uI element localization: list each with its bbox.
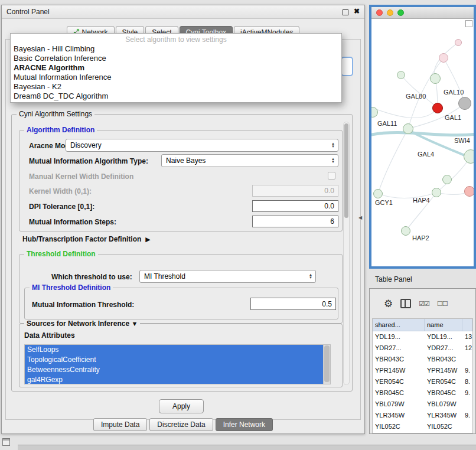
which-threshold-value: MI Threshold <box>144 272 185 281</box>
table-cell: YBR045C <box>425 387 462 399</box>
table-row[interactable]: YDR27...YDR27...12 <box>373 343 472 354</box>
table-cell: YBR043C <box>425 354 462 365</box>
table-row[interactable]: YDL19...YDL19...13 <box>373 331 472 343</box>
panel-collapse-icon[interactable]: ◀ <box>358 215 362 220</box>
gear-icon[interactable]: ⚙ <box>384 298 393 310</box>
data-attributes-list[interactable]: SelfLoopsTopologicalCoefficientBetweenne… <box>24 344 331 384</box>
dropdown-item-bayesian-k2[interactable]: Bayesian - K2 <box>11 82 341 92</box>
settings-scrollbar[interactable] <box>343 122 350 385</box>
mi-steps-field[interactable]: 6 <box>252 216 338 227</box>
network-node-pink[interactable] <box>439 53 448 63</box>
network-node-green[interactable] <box>373 189 383 198</box>
network-node-green[interactable] <box>430 73 441 84</box>
table-row[interactable]: YLR345WYLR345W9. <box>373 410 472 421</box>
network-node-green[interactable] <box>403 123 413 134</box>
table-cell: 12 <box>462 343 472 354</box>
dropdown-item-aracne-algorithm[interactable]: ARACNE Algorithm <box>11 63 341 73</box>
table-cell: YIL052C <box>425 421 462 432</box>
network-node-pink[interactable] <box>455 39 462 46</box>
network-node-green[interactable] <box>401 226 410 236</box>
combo-arrows-icon: ▲▼ <box>331 142 335 148</box>
columns-icon[interactable] <box>400 299 411 308</box>
table-row[interactable]: YIL052CYIL052C <box>373 421 472 432</box>
scrollbar-thumb[interactable] <box>324 345 330 382</box>
column-header-extra[interactable] <box>462 319 472 331</box>
minimize-traffic-light-icon[interactable] <box>387 9 393 16</box>
dropdown-item-mutual-information-inference[interactable]: Mutual Information Inference <box>11 73 341 82</box>
attribute-item-gal4rgexp[interactable]: gal4RGexp <box>25 375 323 384</box>
network-node-green[interactable] <box>442 175 452 184</box>
table-cell: YDR27... <box>373 343 425 354</box>
table-row[interactable]: YBL079WYBL079W <box>373 399 472 410</box>
table-cell: YPR145W <box>373 365 425 376</box>
bottom-tab-impute-data[interactable]: Impute Data <box>93 418 147 431</box>
zoom-traffic-light-icon[interactable] <box>397 9 404 16</box>
dropdown-item-bayesian-hill-climbing[interactable]: Bayesian - Hill Climbing <box>11 44 341 54</box>
scrollbar-thumb[interactable] <box>344 123 348 218</box>
threshold-definition-title: Threshold Definition <box>24 250 98 258</box>
network-view-window: GAL80GAL10GAL1GAL11SWI4GAL4GCY1HAP4HAP2 <box>369 5 476 269</box>
chevron-right-icon[interactable]: ▶ <box>145 236 150 243</box>
attribute-item-selfloops[interactable]: SelfLoops <box>25 345 323 355</box>
attribute-item-betweennesscentrality[interactable]: BetweennessCentrality <box>25 365 323 375</box>
dropdown-item-basic-correlation-inference[interactable]: Basic Correlation Inference <box>11 54 341 63</box>
network-node-green[interactable] <box>464 149 474 164</box>
close-icon[interactable]: ✖ <box>354 7 360 15</box>
deselect-all-icon[interactable]: ☐☐ <box>437 300 448 308</box>
column-header-name[interactable]: name <box>425 319 462 331</box>
column-header-shared[interactable]: shared... <box>373 319 425 331</box>
table-row[interactable]: YER054CYER054C8. <box>373 376 472 387</box>
restore-panel-icon[interactable] <box>2 438 10 446</box>
network-node-green[interactable] <box>397 71 405 79</box>
table-cell <box>462 354 472 365</box>
chevron-down-icon[interactable]: ▼ <box>131 320 138 327</box>
mi-threshold-field[interactable]: 0.5 <box>250 298 336 310</box>
mi-threshold-definition-group: MI Threshold Definition Mutual Informati… <box>24 288 338 319</box>
hub-definition-row[interactable]: Hub/Transcription Factor Definition ▶ <box>22 235 151 243</box>
table-cell: 9. <box>462 365 472 376</box>
table-cell: YBR043C <box>373 354 425 365</box>
close-traffic-light-icon[interactable] <box>376 9 383 16</box>
network-node-salmon[interactable] <box>464 186 474 197</box>
table-header: shared...name <box>373 319 472 331</box>
table-body: YDL19...YDL19...13YDR27...YDR27...12YBR0… <box>373 331 472 432</box>
attributes-scrollbar[interactable] <box>323 345 330 384</box>
table-cell: YBL079W <box>373 399 425 410</box>
screen: Control Panel ✖ NetworkStyleSelectCyni T… <box>0 0 476 450</box>
manual-kernel-width-checkbox[interactable] <box>328 172 335 180</box>
network-canvas[interactable]: GAL80GAL10GAL1GAL11SWI4GAL4GCY1HAP4HAP2 <box>371 19 474 266</box>
float-window-icon[interactable] <box>343 9 348 15</box>
combo-arrows-icon: ▲▼ <box>309 273 312 279</box>
aracne-mode-combo[interactable]: Discovery ▲▼ <box>66 139 338 152</box>
algorithm-definition-title: Algorithm Definition <box>24 126 97 134</box>
table-cell: YER054C <box>425 376 462 387</box>
network-node-green[interactable] <box>432 188 441 197</box>
bottom-tab-infer-network[interactable]: Infer Network <box>216 418 273 431</box>
mi-algorithm-type-combo[interactable]: Naive Bayes ▲▼ <box>161 154 338 167</box>
table-cell: YDL19... <box>373 331 425 343</box>
algorithm-definition-group: Algorithm Definition Aracne Mode: Discov… <box>19 130 343 231</box>
node-label-hap4: HAP4 <box>413 197 430 204</box>
dpi-tolerance-field[interactable]: 0.0 <box>252 200 338 212</box>
select-all-icon[interactable]: ☑☑ <box>419 300 429 308</box>
table-panel-window: ⚙ ☑☑ ☐☐ shared...name YDL19...YDL19...13… <box>369 288 476 434</box>
bottom-tab-discretize-data[interactable]: Discretize Data <box>149 418 213 431</box>
table-row[interactable]: YBR043CYBR043C <box>373 354 472 365</box>
table-cell: 8. <box>462 376 472 387</box>
control-panel-window: Control Panel ✖ NetworkStyleSelectCyni T… <box>1 5 365 434</box>
threshold-definition-group: Threshold Definition Which threshold to … <box>19 254 343 324</box>
apply-button[interactable]: Apply <box>159 399 204 413</box>
mi-steps-label: Mutual Information Steps: <box>29 218 116 226</box>
table-cell: YLR345W <box>425 410 462 421</box>
which-threshold-combo[interactable]: MI Threshold ▲▼ <box>139 270 316 283</box>
dropdown-item-dream8-dc-tdc-algorithm[interactable]: Dream8 DC_TDC Algorithm <box>11 92 341 101</box>
aracne-mode-value: Discovery <box>70 141 102 149</box>
table-row[interactable]: YPR145WYPR145W9. <box>373 365 472 376</box>
birdseye-toggle[interactable] <box>465 20 472 27</box>
table-cell: 9. <box>462 387 472 399</box>
attribute-item-topologicalcoefficient[interactable]: TopologicalCoefficient <box>25 355 323 365</box>
network-node-gray[interactable] <box>458 97 471 110</box>
table-row[interactable]: YBR045CYBR045C9. <box>373 387 472 399</box>
bottom-tab-bar: Impute DataDiscretize DataInfer Network <box>2 418 364 431</box>
network-node-red[interactable] <box>432 103 443 113</box>
